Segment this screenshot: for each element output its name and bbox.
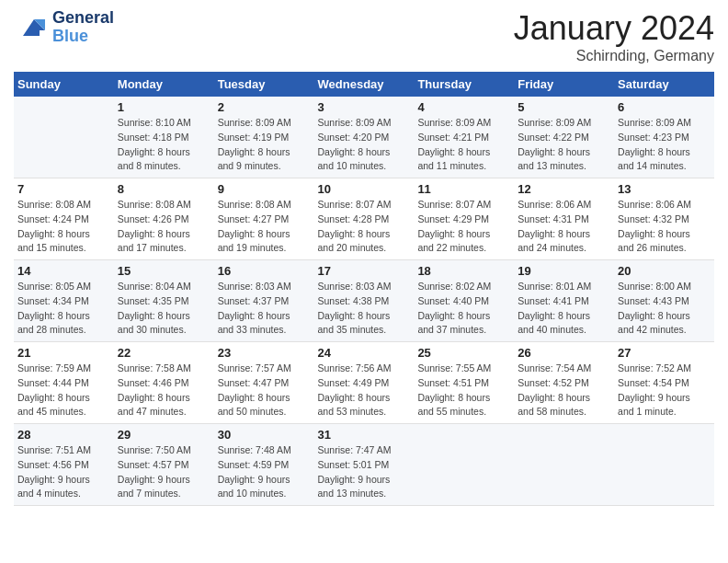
day-number: 31: [318, 428, 411, 442]
calendar-cell: 23Sunrise: 7:57 AMSunset: 4:47 PMDayligh…: [214, 342, 314, 424]
day-number: 1: [118, 100, 210, 114]
calendar-week-row: 1Sunrise: 8:10 AMSunset: 4:18 PMDaylight…: [14, 97, 714, 178]
calendar-cell: 1Sunrise: 8:10 AMSunset: 4:18 PMDaylight…: [114, 97, 214, 178]
calendar-cell: [514, 424, 614, 506]
calendar-cell: [414, 424, 514, 506]
day-info: Sunrise: 7:51 AMSunset: 4:56 PMDaylight:…: [17, 443, 110, 501]
day-info: Sunrise: 8:09 AMSunset: 4:23 PMDaylight:…: [618, 116, 711, 174]
calendar-cell: 7Sunrise: 8:08 AMSunset: 4:24 PMDaylight…: [14, 178, 114, 260]
logo-general-text: General: [52, 9, 114, 28]
day-info: Sunrise: 8:06 AMSunset: 4:32 PMDaylight:…: [618, 198, 711, 256]
calendar-cell: 24Sunrise: 7:56 AMSunset: 4:49 PMDayligh…: [314, 342, 415, 424]
day-number: 7: [17, 182, 110, 196]
day-info: Sunrise: 8:09 AMSunset: 4:19 PMDaylight:…: [218, 116, 311, 174]
day-info: Sunrise: 8:08 AMSunset: 4:27 PMDaylight:…: [218, 198, 311, 256]
weekday-header: Wednesday: [314, 72, 415, 97]
calendar-cell: 3Sunrise: 8:09 AMSunset: 4:20 PMDaylight…: [314, 97, 415, 178]
calendar-week-row: 21Sunrise: 7:59 AMSunset: 4:44 PMDayligh…: [14, 342, 714, 424]
day-info: Sunrise: 8:02 AMSunset: 4:40 PMDaylight:…: [417, 280, 510, 338]
day-number: 3: [318, 100, 411, 114]
day-number: 23: [218, 346, 311, 360]
calendar-cell: 21Sunrise: 7:59 AMSunset: 4:44 PMDayligh…: [14, 342, 114, 424]
calendar-cell: 14Sunrise: 8:05 AMSunset: 4:34 PMDayligh…: [14, 260, 114, 342]
day-number: 13: [618, 182, 711, 196]
weekday-header: Friday: [514, 72, 614, 97]
calendar-cell: 18Sunrise: 8:02 AMSunset: 4:40 PMDayligh…: [414, 260, 514, 342]
day-info: Sunrise: 7:50 AMSunset: 4:57 PMDaylight:…: [118, 443, 210, 501]
calendar-cell: 11Sunrise: 8:07 AMSunset: 4:29 PMDayligh…: [414, 178, 514, 260]
calendar-body: 1Sunrise: 8:10 AMSunset: 4:18 PMDaylight…: [14, 97, 714, 506]
weekday-header: Monday: [114, 72, 214, 97]
location: Schirnding, Germany: [514, 48, 714, 64]
day-info: Sunrise: 8:06 AMSunset: 4:31 PMDaylight:…: [518, 198, 610, 256]
calendar-cell: 10Sunrise: 8:07 AMSunset: 4:28 PMDayligh…: [314, 178, 415, 260]
day-number: 18: [417, 264, 510, 278]
day-number: 4: [417, 100, 510, 114]
calendar-cell: 12Sunrise: 8:06 AMSunset: 4:31 PMDayligh…: [514, 178, 614, 260]
weekday-header: Sunday: [14, 72, 114, 97]
day-info: Sunrise: 8:09 AMSunset: 4:21 PMDaylight:…: [417, 116, 510, 174]
day-number: 19: [518, 264, 610, 278]
calendar-cell: 26Sunrise: 7:54 AMSunset: 4:52 PMDayligh…: [514, 342, 614, 424]
day-number: 17: [318, 264, 411, 278]
day-number: 2: [218, 100, 311, 114]
day-info: Sunrise: 8:07 AMSunset: 4:29 PMDaylight:…: [417, 198, 510, 256]
day-info: Sunrise: 7:54 AMSunset: 4:52 PMDaylight:…: [518, 362, 610, 419]
day-number: 14: [17, 264, 110, 278]
calendar-week-row: 7Sunrise: 8:08 AMSunset: 4:24 PMDaylight…: [14, 178, 714, 260]
day-number: 10: [318, 182, 411, 196]
day-info: Sunrise: 8:05 AMSunset: 4:34 PMDaylight:…: [17, 280, 110, 338]
logo-name: General Blue: [52, 9, 114, 46]
logo: General Blue: [14, 9, 114, 46]
calendar-cell: 25Sunrise: 7:55 AMSunset: 4:51 PMDayligh…: [414, 342, 514, 424]
calendar-cell: 15Sunrise: 8:04 AMSunset: 4:35 PMDayligh…: [114, 260, 214, 342]
calendar-cell: 31Sunrise: 7:47 AMSunset: 5:01 PMDayligh…: [314, 424, 415, 506]
calendar-cell: 9Sunrise: 8:08 AMSunset: 4:27 PMDaylight…: [214, 178, 314, 260]
calendar-cell: 30Sunrise: 7:48 AMSunset: 4:59 PMDayligh…: [214, 424, 314, 506]
weekday-header: Tuesday: [214, 72, 314, 97]
day-info: Sunrise: 8:01 AMSunset: 4:41 PMDaylight:…: [518, 280, 610, 338]
day-number: 9: [218, 182, 311, 196]
calendar-cell: 4Sunrise: 8:09 AMSunset: 4:21 PMDaylight…: [414, 97, 514, 178]
day-number: 26: [518, 346, 610, 360]
calendar-cell: 8Sunrise: 8:08 AMSunset: 4:26 PMDaylight…: [114, 178, 214, 260]
calendar-cell: 17Sunrise: 8:03 AMSunset: 4:38 PMDayligh…: [314, 260, 415, 342]
day-info: Sunrise: 7:57 AMSunset: 4:47 PMDaylight:…: [218, 362, 311, 419]
day-info: Sunrise: 8:03 AMSunset: 4:38 PMDaylight:…: [318, 280, 411, 338]
day-info: Sunrise: 7:55 AMSunset: 4:51 PMDaylight:…: [417, 362, 510, 419]
day-number: 22: [118, 346, 210, 360]
day-number: 30: [218, 428, 311, 442]
day-number: 5: [518, 100, 610, 114]
calendar-cell: 19Sunrise: 8:01 AMSunset: 4:41 PMDayligh…: [514, 260, 614, 342]
day-number: 21: [17, 346, 110, 360]
calendar-cell: 22Sunrise: 7:58 AMSunset: 4:46 PMDayligh…: [114, 342, 214, 424]
weekday-header: Saturday: [614, 72, 714, 97]
day-info: Sunrise: 7:56 AMSunset: 4:49 PMDaylight:…: [318, 362, 411, 419]
calendar-cell: 13Sunrise: 8:06 AMSunset: 4:32 PMDayligh…: [614, 178, 714, 260]
calendar-cell: 27Sunrise: 7:52 AMSunset: 4:54 PMDayligh…: [614, 342, 714, 424]
day-info: Sunrise: 8:10 AMSunset: 4:18 PMDaylight:…: [118, 116, 210, 174]
day-number: 11: [417, 182, 510, 196]
day-info: Sunrise: 8:09 AMSunset: 4:20 PMDaylight:…: [318, 116, 411, 174]
day-number: 16: [218, 264, 311, 278]
day-info: Sunrise: 7:58 AMSunset: 4:46 PMDaylight:…: [118, 362, 210, 419]
day-info: Sunrise: 8:00 AMSunset: 4:43 PMDaylight:…: [618, 280, 711, 338]
day-number: 12: [518, 182, 610, 196]
day-number: 27: [618, 346, 711, 360]
calendar-cell: 29Sunrise: 7:50 AMSunset: 4:57 PMDayligh…: [114, 424, 214, 506]
calendar-cell: [14, 97, 114, 178]
day-number: 20: [618, 264, 711, 278]
page-header: General Blue January 2024 Schirnding, Ge…: [14, 9, 714, 64]
day-info: Sunrise: 7:52 AMSunset: 4:54 PMDaylight:…: [618, 362, 711, 419]
day-info: Sunrise: 8:09 AMSunset: 4:22 PMDaylight:…: [518, 116, 610, 174]
day-info: Sunrise: 7:47 AMSunset: 5:01 PMDaylight:…: [318, 443, 411, 501]
day-number: 8: [118, 182, 210, 196]
day-info: Sunrise: 8:04 AMSunset: 4:35 PMDaylight:…: [118, 280, 210, 338]
month-title: January 2024: [514, 9, 714, 48]
calendar-cell: 6Sunrise: 8:09 AMSunset: 4:23 PMDaylight…: [614, 97, 714, 178]
calendar-cell: 5Sunrise: 8:09 AMSunset: 4:22 PMDaylight…: [514, 97, 614, 178]
day-info: Sunrise: 7:59 AMSunset: 4:44 PMDaylight:…: [17, 362, 110, 419]
day-number: 29: [118, 428, 210, 442]
day-number: 6: [618, 100, 711, 114]
day-number: 25: [417, 346, 510, 360]
